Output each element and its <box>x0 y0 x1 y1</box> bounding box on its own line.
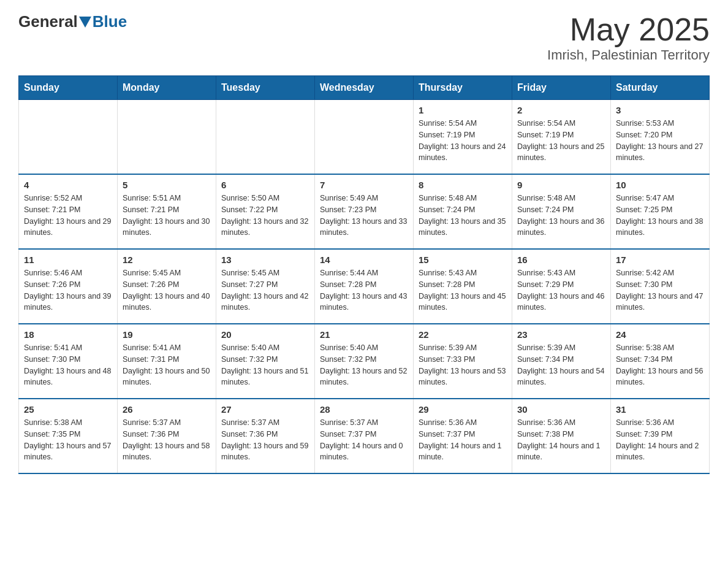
day-number: 15 <box>419 255 507 265</box>
day-number: 22 <box>419 329 507 340</box>
calendar-day-cell: 15Sunrise: 5:43 AMSunset: 7:28 PMDayligh… <box>414 249 512 324</box>
day-number: 30 <box>517 404 605 415</box>
day-info: Sunrise: 5:50 AMSunset: 7:22 PMDaylight:… <box>221 193 309 239</box>
day-info: Sunrise: 5:41 AMSunset: 7:31 PMDaylight:… <box>123 342 211 388</box>
day-number: 21 <box>320 329 408 340</box>
calendar-day-cell <box>118 100 216 175</box>
logo: General Blue <box>18 12 127 31</box>
weekday-header-monday: Monday <box>118 76 216 100</box>
day-info: Sunrise: 5:37 AMSunset: 7:36 PMDaylight:… <box>123 417 211 463</box>
calendar-day-cell: 26Sunrise: 5:37 AMSunset: 7:36 PMDayligh… <box>118 399 216 473</box>
day-info: Sunrise: 5:40 AMSunset: 7:32 PMDaylight:… <box>320 342 408 388</box>
calendar-week-row: 4Sunrise: 5:52 AMSunset: 7:21 PMDaylight… <box>19 174 710 249</box>
calendar-day-cell: 11Sunrise: 5:46 AMSunset: 7:26 PMDayligh… <box>19 249 118 324</box>
day-number: 10 <box>616 180 704 190</box>
day-info: Sunrise: 5:47 AMSunset: 7:25 PMDaylight:… <box>616 193 704 239</box>
day-number: 18 <box>24 329 112 340</box>
calendar-day-cell: 3Sunrise: 5:53 AMSunset: 7:20 PMDaylight… <box>611 100 710 175</box>
calendar-header: SundayMondayTuesdayWednesdayThursdayFrid… <box>19 76 710 100</box>
day-info: Sunrise: 5:54 AMSunset: 7:19 PMDaylight:… <box>419 118 507 164</box>
day-number: 23 <box>517 329 605 340</box>
calendar-day-cell <box>315 100 414 175</box>
day-number: 2 <box>517 105 605 115</box>
day-number: 9 <box>517 180 605 190</box>
calendar-day-cell: 21Sunrise: 5:40 AMSunset: 7:32 PMDayligh… <box>315 324 414 399</box>
page-header: General Blue May 2025 Imrish, Palestinia… <box>18 12 710 63</box>
calendar-day-cell: 6Sunrise: 5:50 AMSunset: 7:22 PMDaylight… <box>216 174 315 249</box>
day-info: Sunrise: 5:48 AMSunset: 7:24 PMDaylight:… <box>517 193 605 239</box>
day-info: Sunrise: 5:45 AMSunset: 7:26 PMDaylight:… <box>123 267 211 313</box>
calendar-day-cell: 2Sunrise: 5:54 AMSunset: 7:19 PMDaylight… <box>512 100 611 175</box>
day-number: 20 <box>221 329 309 340</box>
calendar-day-cell: 17Sunrise: 5:42 AMSunset: 7:30 PMDayligh… <box>611 249 710 324</box>
calendar-day-cell: 19Sunrise: 5:41 AMSunset: 7:31 PMDayligh… <box>118 324 216 399</box>
calendar-day-cell: 22Sunrise: 5:39 AMSunset: 7:33 PMDayligh… <box>414 324 512 399</box>
day-info: Sunrise: 5:52 AMSunset: 7:21 PMDaylight:… <box>24 193 112 239</box>
day-info: Sunrise: 5:51 AMSunset: 7:21 PMDaylight:… <box>123 193 211 239</box>
calendar-day-cell: 12Sunrise: 5:45 AMSunset: 7:26 PMDayligh… <box>118 249 216 324</box>
day-info: Sunrise: 5:43 AMSunset: 7:29 PMDaylight:… <box>517 267 605 313</box>
day-info: Sunrise: 5:48 AMSunset: 7:24 PMDaylight:… <box>419 193 507 239</box>
calendar-day-cell <box>216 100 315 175</box>
weekday-header-friday: Friday <box>512 76 611 100</box>
calendar-day-cell: 23Sunrise: 5:39 AMSunset: 7:34 PMDayligh… <box>512 324 611 399</box>
calendar-table: SundayMondayTuesdayWednesdayThursdayFrid… <box>18 75 710 474</box>
day-number: 31 <box>616 404 704 415</box>
day-number: 17 <box>616 255 704 265</box>
day-number: 13 <box>221 255 309 265</box>
calendar-day-cell: 8Sunrise: 5:48 AMSunset: 7:24 PMDaylight… <box>414 174 512 249</box>
calendar-body: 1Sunrise: 5:54 AMSunset: 7:19 PMDaylight… <box>19 100 710 474</box>
day-info: Sunrise: 5:37 AMSunset: 7:37 PMDaylight:… <box>320 417 408 463</box>
day-number: 27 <box>221 404 309 415</box>
calendar-day-cell: 29Sunrise: 5:36 AMSunset: 7:37 PMDayligh… <box>414 399 512 473</box>
calendar-day-cell <box>19 100 118 175</box>
calendar-day-cell: 16Sunrise: 5:43 AMSunset: 7:29 PMDayligh… <box>512 249 611 324</box>
calendar-day-cell: 18Sunrise: 5:41 AMSunset: 7:30 PMDayligh… <box>19 324 118 399</box>
location-label: Imrish, Palestinian Territory <box>547 47 710 63</box>
calendar-day-cell: 5Sunrise: 5:51 AMSunset: 7:21 PMDaylight… <box>118 174 216 249</box>
calendar-week-row: 25Sunrise: 5:38 AMSunset: 7:35 PMDayligh… <box>19 399 710 473</box>
day-info: Sunrise: 5:41 AMSunset: 7:30 PMDaylight:… <box>24 342 112 388</box>
calendar-day-cell: 28Sunrise: 5:37 AMSunset: 7:37 PMDayligh… <box>315 399 414 473</box>
day-number: 25 <box>24 404 112 415</box>
calendar-week-row: 18Sunrise: 5:41 AMSunset: 7:30 PMDayligh… <box>19 324 710 399</box>
day-number: 19 <box>123 329 211 340</box>
logo-arrow-icon <box>79 17 91 28</box>
day-number: 24 <box>616 329 704 340</box>
calendar-day-cell: 10Sunrise: 5:47 AMSunset: 7:25 PMDayligh… <box>611 174 710 249</box>
calendar-day-cell: 24Sunrise: 5:38 AMSunset: 7:34 PMDayligh… <box>611 324 710 399</box>
day-info: Sunrise: 5:40 AMSunset: 7:32 PMDaylight:… <box>221 342 309 388</box>
day-number: 14 <box>320 255 408 265</box>
calendar-day-cell: 1Sunrise: 5:54 AMSunset: 7:19 PMDaylight… <box>414 100 512 175</box>
logo-general-text: General <box>18 12 78 31</box>
calendar-day-cell: 14Sunrise: 5:44 AMSunset: 7:28 PMDayligh… <box>315 249 414 324</box>
weekday-header-row: SundayMondayTuesdayWednesdayThursdayFrid… <box>19 76 710 100</box>
calendar-day-cell: 13Sunrise: 5:45 AMSunset: 7:27 PMDayligh… <box>216 249 315 324</box>
weekday-header-thursday: Thursday <box>414 76 512 100</box>
day-info: Sunrise: 5:46 AMSunset: 7:26 PMDaylight:… <box>24 267 112 313</box>
day-info: Sunrise: 5:54 AMSunset: 7:19 PMDaylight:… <box>517 118 605 164</box>
day-number: 6 <box>221 180 309 190</box>
calendar-day-cell: 7Sunrise: 5:49 AMSunset: 7:23 PMDaylight… <box>315 174 414 249</box>
day-number: 26 <box>123 404 211 415</box>
day-number: 4 <box>24 180 112 190</box>
calendar-day-cell: 31Sunrise: 5:36 AMSunset: 7:39 PMDayligh… <box>611 399 710 473</box>
calendar-day-cell: 20Sunrise: 5:40 AMSunset: 7:32 PMDayligh… <box>216 324 315 399</box>
day-info: Sunrise: 5:38 AMSunset: 7:34 PMDaylight:… <box>616 342 704 388</box>
day-info: Sunrise: 5:45 AMSunset: 7:27 PMDaylight:… <box>221 267 309 313</box>
day-info: Sunrise: 5:36 AMSunset: 7:38 PMDaylight:… <box>517 417 605 463</box>
calendar-day-cell: 30Sunrise: 5:36 AMSunset: 7:38 PMDayligh… <box>512 399 611 473</box>
calendar-week-row: 1Sunrise: 5:54 AMSunset: 7:19 PMDaylight… <box>19 100 710 175</box>
calendar-day-cell: 4Sunrise: 5:52 AMSunset: 7:21 PMDaylight… <box>19 174 118 249</box>
calendar-day-cell: 25Sunrise: 5:38 AMSunset: 7:35 PMDayligh… <box>19 399 118 473</box>
day-number: 8 <box>419 180 507 190</box>
day-number: 12 <box>123 255 211 265</box>
day-number: 5 <box>123 180 211 190</box>
weekday-header-saturday: Saturday <box>611 76 710 100</box>
day-info: Sunrise: 5:38 AMSunset: 7:35 PMDaylight:… <box>24 417 112 463</box>
day-info: Sunrise: 5:39 AMSunset: 7:34 PMDaylight:… <box>517 342 605 388</box>
day-number: 28 <box>320 404 408 415</box>
day-info: Sunrise: 5:37 AMSunset: 7:36 PMDaylight:… <box>221 417 309 463</box>
day-number: 1 <box>419 105 507 115</box>
calendar-day-cell: 27Sunrise: 5:37 AMSunset: 7:36 PMDayligh… <box>216 399 315 473</box>
